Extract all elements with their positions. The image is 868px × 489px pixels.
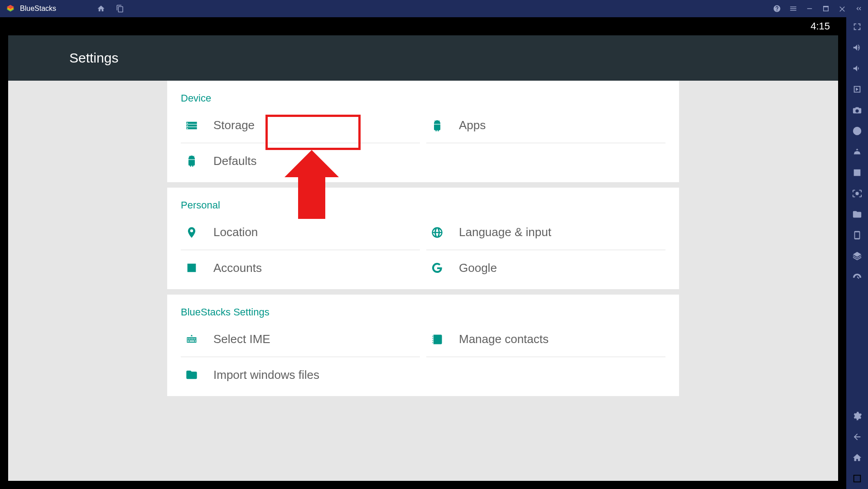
multi-instance-icon[interactable] <box>116 5 124 13</box>
folder-icon <box>185 368 198 381</box>
macro-play-icon[interactable] <box>852 84 862 94</box>
settings-gear-icon[interactable] <box>852 411 862 421</box>
contacts-icon <box>431 333 444 346</box>
setting-language[interactable]: Language & input <box>426 215 665 250</box>
right-toolbar <box>846 17 868 489</box>
setting-label: Apps <box>459 118 486 132</box>
account-icon <box>185 261 198 274</box>
setting-label: Manage contacts <box>459 332 549 346</box>
keyboard-icon <box>185 333 198 346</box>
setting-import-files[interactable]: Import windows files <box>181 357 420 392</box>
setting-location[interactable]: Location <box>181 215 420 250</box>
section-title-device: Device <box>181 92 665 104</box>
setting-apps[interactable]: Apps <box>426 108 665 143</box>
status-time: 4:15 <box>810 20 830 32</box>
storage-icon <box>185 119 198 132</box>
multi-instance-manager-icon[interactable] <box>852 251 862 261</box>
home-icon[interactable] <box>97 5 105 13</box>
section-personal: Personal Location Language & input Ac <box>167 188 679 289</box>
game-controls-icon[interactable] <box>852 147 862 157</box>
close-icon[interactable] <box>838 5 846 13</box>
google-icon <box>431 261 444 274</box>
setting-label: Defaults <box>213 154 256 168</box>
titlebar: BlueStacks <box>0 0 868 17</box>
setting-storage[interactable]: Storage <box>181 108 420 143</box>
section-title-personal: Personal <box>181 199 665 211</box>
volume-down-icon[interactable] <box>852 63 862 73</box>
setting-label: Select IME <box>213 332 270 346</box>
media-folder-icon[interactable] <box>852 209 862 219</box>
setting-accounts[interactable]: Accounts <box>181 250 420 286</box>
setting-label: Google <box>459 261 497 275</box>
operation-record-icon[interactable] <box>852 126 862 136</box>
setting-label: Accounts <box>213 261 262 275</box>
settings-body: Device Storage Apps Defaults <box>8 81 838 481</box>
android-home-icon[interactable] <box>852 453 862 463</box>
section-bluestacks: BlueStacks Settings Select IME Manage co… <box>167 295 679 396</box>
setting-manage-contacts[interactable]: Manage contacts <box>426 322 665 357</box>
streaming-icon[interactable] <box>852 105 862 115</box>
android-icon <box>185 155 198 167</box>
setting-label: Location <box>213 225 258 239</box>
android-icon <box>431 119 444 132</box>
emulator-viewport: 4:15 Settings Device Storage A <box>0 17 846 489</box>
install-apk-icon[interactable] <box>852 168 862 178</box>
rotate-device-icon[interactable] <box>852 230 862 240</box>
android-back-icon[interactable] <box>852 432 862 442</box>
setting-google[interactable]: Google <box>426 250 665 286</box>
setting-label: Language & input <box>459 225 551 239</box>
collapse-sidebar-icon[interactable] <box>854 5 863 13</box>
performance-icon[interactable] <box>852 272 862 282</box>
menu-icon[interactable] <box>789 5 797 13</box>
maximize-icon[interactable] <box>822 5 830 13</box>
help-icon[interactable] <box>773 5 781 13</box>
settings-header: Settings <box>8 35 838 81</box>
setting-label: Import windows files <box>213 368 319 382</box>
setting-select-ime[interactable]: Select IME <box>181 322 420 357</box>
fullscreen-icon[interactable] <box>852 22 862 32</box>
location-icon <box>185 226 198 239</box>
page-title: Settings <box>69 50 118 66</box>
section-title-bluestacks: BlueStacks Settings <box>181 306 665 318</box>
screenshot-icon[interactable] <box>852 189 862 199</box>
section-device: Device Storage Apps Defaults <box>167 81 679 182</box>
setting-defaults[interactable]: Defaults <box>181 143 420 179</box>
setting-label: Storage <box>213 118 255 132</box>
globe-icon <box>431 226 444 239</box>
android-status-bar: 4:15 <box>8 17 838 35</box>
app-title: BlueStacks <box>20 5 56 13</box>
minimize-icon[interactable] <box>805 5 814 13</box>
android-recent-icon[interactable] <box>852 474 862 484</box>
volume-up-icon[interactable] <box>852 43 862 53</box>
bluestacks-logo-icon <box>5 4 15 14</box>
